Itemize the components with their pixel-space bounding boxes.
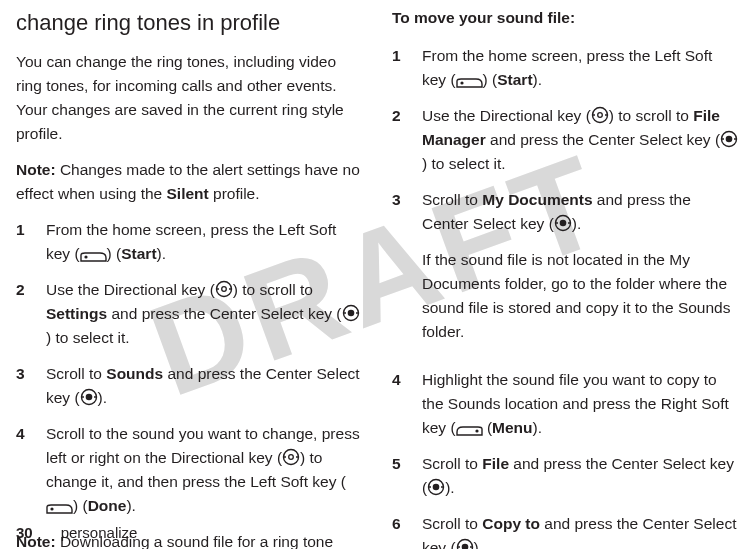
right-column: To move your sound file: 1 From the home… <box>392 6 740 549</box>
center-select-key-icon <box>427 478 445 496</box>
step-number: 1 <box>392 44 408 92</box>
step-body: Use the Directional key () to scroll to … <box>46 278 364 350</box>
section-heading: change ring tones in profile <box>16 6 364 40</box>
done-label: Done <box>88 497 127 514</box>
start-label: Start <box>121 245 156 262</box>
step-4: 4 Highlight the sound file you want to c… <box>392 368 740 440</box>
step-4: 4 Scroll to the sound you want to change… <box>16 422 364 518</box>
step-number: 6 <box>392 512 408 549</box>
note-paragraph-2: Note: Downloading a sound file for a rin… <box>16 530 364 549</box>
text: Use the Directional key ( <box>422 107 591 124</box>
page-content: change ring tones in profile You can cha… <box>0 0 756 549</box>
text: Scroll to <box>422 191 482 208</box>
step-body: Highlight the sound file you want to cop… <box>422 368 740 440</box>
text: Scroll to <box>46 365 106 382</box>
step-number: 3 <box>16 362 32 410</box>
note-label: Note: <box>16 533 56 549</box>
step-6: 6 Scroll to Copy to and press the Center… <box>392 512 740 549</box>
center-select-key-icon <box>80 388 98 406</box>
text: ). <box>445 479 454 496</box>
text: ). <box>98 389 107 406</box>
directional-key-icon <box>282 448 300 466</box>
step-3-extra: If the sound file is not located in the … <box>422 248 740 344</box>
directional-key-icon <box>591 106 609 124</box>
note-text-end: profile. <box>209 185 260 202</box>
text: ). <box>572 215 581 232</box>
file-label: File <box>482 455 509 472</box>
step-number: 1 <box>16 218 32 266</box>
text: ) to select it. <box>422 155 506 172</box>
settings-label: Settings <box>46 305 107 322</box>
step-number: 5 <box>392 452 408 500</box>
text: ) ( <box>73 497 88 514</box>
step-number: 3 <box>392 188 408 356</box>
step-number: 2 <box>392 104 408 176</box>
subsection-heading: To move your sound file: <box>392 6 740 30</box>
text: ). <box>533 419 542 436</box>
right-soft-key-icon <box>456 426 483 436</box>
center-select-key-icon <box>456 538 474 549</box>
start-label: Start <box>497 71 532 88</box>
step-1: 1 From the home screen, press the Left S… <box>392 44 740 92</box>
text: Scroll to <box>422 515 482 532</box>
step-1: 1 From the home screen, press the Left S… <box>16 218 364 266</box>
text: ). <box>157 245 166 262</box>
intro-paragraph: You can change the ring tones, including… <box>16 50 364 146</box>
silent-profile-label: Silent <box>167 185 209 202</box>
step-body: Scroll to the sound you want to change, … <box>46 422 364 518</box>
left-column: change ring tones in profile You can cha… <box>16 6 364 549</box>
text: ( <box>483 419 492 436</box>
text: ). <box>533 71 542 88</box>
step-body: Use the Directional key () to scroll to … <box>422 104 740 176</box>
step-2: 2 Use the Directional key () to scroll t… <box>16 278 364 350</box>
text: Scroll to <box>422 455 482 472</box>
left-soft-key-icon <box>46 504 73 514</box>
step-body: From the home screen, press the Left Sof… <box>46 218 364 266</box>
copy-to-label: Copy to <box>482 515 540 532</box>
note-text: Downloading a sound file for a ring tone… <box>16 533 333 549</box>
step-body: Scroll to Copy to and press the Center S… <box>422 512 740 549</box>
step-body: Scroll to My Documents and press the Cen… <box>422 188 740 356</box>
step-number: 4 <box>16 422 32 518</box>
step-body: From the home screen, press the Left Sof… <box>422 44 740 92</box>
directional-key-icon <box>215 280 233 298</box>
note-paragraph: Note: Changes made to the alert settings… <box>16 158 364 206</box>
text: ) ( <box>107 245 122 262</box>
step-body: Scroll to File and press the Center Sele… <box>422 452 740 500</box>
left-soft-key-icon <box>456 78 483 88</box>
sounds-label: Sounds <box>106 365 163 382</box>
step-2: 2 Use the Directional key () to scroll t… <box>392 104 740 176</box>
text: ) to scroll to <box>609 107 693 124</box>
step-number: 4 <box>392 368 408 440</box>
my-documents-label: My Documents <box>482 191 592 208</box>
center-select-key-icon <box>342 304 360 322</box>
left-soft-key-icon <box>80 252 107 262</box>
note-label: Note: <box>16 161 56 178</box>
menu-label: Menu <box>492 419 532 436</box>
text: ) ( <box>483 71 498 88</box>
step-body: Scroll to Sounds and press the Center Se… <box>46 362 364 410</box>
text: Use the Directional key ( <box>46 281 215 298</box>
step-3: 3 Scroll to Sounds and press the Center … <box>16 362 364 410</box>
center-select-key-icon <box>554 214 572 232</box>
text: and press the Center Select key ( <box>107 305 341 322</box>
step-number: 2 <box>16 278 32 350</box>
text: ). <box>474 539 483 549</box>
text: and press the Center Select key ( <box>486 131 720 148</box>
text: ) to scroll to <box>233 281 313 298</box>
center-select-key-icon <box>720 130 738 148</box>
step-5: 5 Scroll to File and press the Center Se… <box>392 452 740 500</box>
step-3: 3 Scroll to My Documents and press the C… <box>392 188 740 356</box>
text: ) to select it. <box>46 329 130 346</box>
text: ). <box>126 497 135 514</box>
